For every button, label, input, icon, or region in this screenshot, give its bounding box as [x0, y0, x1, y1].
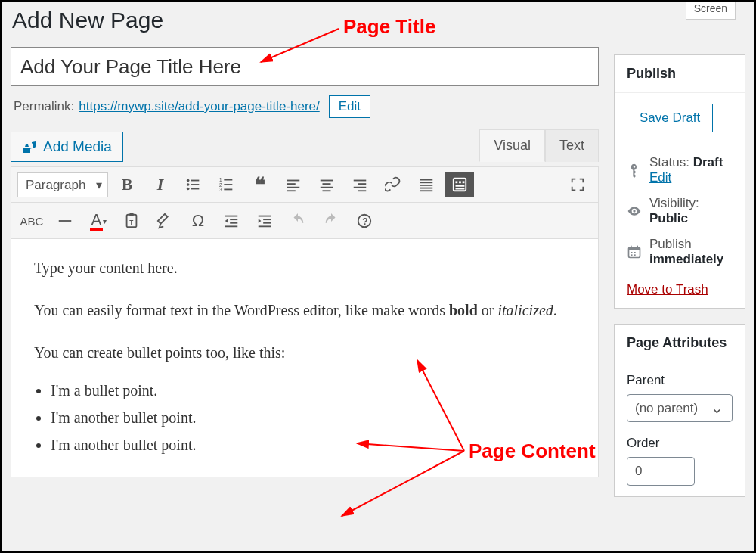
tab-text[interactable]: Text — [545, 129, 599, 162]
text-color-button[interactable]: A ▾ — [84, 208, 113, 234]
svg-rect-23 — [358, 190, 366, 191]
editor: Paragraph B I 123 ❝ ABC A ▾ — [11, 166, 599, 477]
svg-rect-42 — [225, 225, 238, 227]
content-p3: You can create bullet points too, like t… — [34, 340, 575, 365]
page-attributes-box: Page Attributes Parent (no parent) Order — [614, 324, 745, 497]
add-media-label: Add Media — [43, 138, 112, 155]
parent-label: Parent — [627, 373, 733, 388]
order-label: Order — [627, 436, 733, 451]
permalink-link[interactable]: https://mywp.site/add-your-page-title-he… — [79, 99, 319, 114]
bold-button[interactable]: B — [113, 172, 141, 197]
svg-rect-39 — [225, 216, 238, 217]
number-list-button[interactable]: 123 — [212, 172, 241, 197]
align-left-button[interactable] — [279, 172, 308, 197]
page-heading: Add New Page — [12, 8, 599, 33]
svg-rect-24 — [420, 179, 433, 181]
format-select[interactable]: Paragraph — [17, 172, 108, 197]
svg-text:T: T — [129, 219, 133, 226]
toolbar-row2: ABC A ▾ T Ω ? — [11, 203, 598, 239]
svg-rect-17 — [323, 183, 331, 185]
fullscreen-button[interactable] — [563, 172, 592, 197]
parent-select[interactable]: (no parent) — [627, 394, 733, 422]
svg-rect-51 — [631, 246, 632, 249]
svg-rect-37 — [129, 213, 134, 216]
hr-button[interactable] — [51, 208, 79, 234]
content-bullets: I'm a bullet point. I'm another bullet p… — [34, 378, 575, 457]
svg-rect-16 — [321, 180, 333, 182]
svg-rect-43 — [259, 216, 271, 217]
svg-rect-50 — [629, 247, 640, 250]
attributes-title: Page Attributes — [615, 325, 745, 362]
svg-text:3: 3 — [219, 187, 222, 192]
toolbar-row1: Paragraph B I 123 ❝ — [11, 167, 598, 203]
edit-permalink-button[interactable]: Edit — [329, 95, 370, 118]
svg-rect-30 — [456, 181, 458, 183]
outdent-button[interactable] — [217, 208, 246, 234]
svg-rect-13 — [287, 183, 296, 185]
strikethrough-button[interactable]: ABC — [17, 208, 46, 234]
svg-text:?: ? — [362, 216, 367, 227]
svg-rect-40 — [230, 219, 237, 220]
page-title-input[interactable] — [11, 47, 599, 86]
paste-text-button[interactable]: T — [117, 208, 146, 234]
svg-rect-3 — [191, 184, 199, 185]
svg-rect-5 — [191, 188, 199, 190]
svg-rect-34 — [456, 188, 465, 190]
publish-box: Publish Save Draft Status: Draft Edit Vi… — [614, 54, 745, 309]
status-edit-link[interactable]: Edit — [649, 170, 671, 185]
svg-rect-22 — [354, 187, 367, 188]
svg-rect-1 — [191, 180, 199, 182]
tab-visual[interactable]: Visual — [479, 129, 545, 162]
svg-rect-35 — [59, 220, 72, 222]
eye-icon — [627, 203, 642, 219]
svg-rect-52 — [637, 246, 638, 249]
svg-rect-55 — [631, 254, 633, 256]
svg-rect-7 — [224, 179, 232, 181]
svg-rect-9 — [224, 184, 232, 185]
order-input[interactable] — [627, 457, 695, 486]
content-area[interactable]: Type your content here. You can easily f… — [11, 239, 598, 477]
align-center-button[interactable] — [312, 172, 341, 197]
more-button[interactable] — [412, 172, 441, 197]
link-button[interactable] — [379, 172, 407, 197]
svg-rect-28 — [420, 190, 433, 191]
help-button[interactable]: ? — [350, 208, 379, 234]
svg-rect-31 — [459, 181, 461, 183]
svg-rect-56 — [634, 254, 636, 256]
screen-options-tab[interactable]: Screen — [686, 0, 736, 20]
add-media-button[interactable]: Add Media — [11, 132, 123, 162]
svg-rect-19 — [323, 190, 331, 191]
permalink-label: Permalink: — [14, 99, 74, 114]
svg-rect-15 — [287, 190, 296, 191]
align-right-button[interactable] — [345, 172, 374, 197]
svg-rect-25 — [420, 182, 433, 183]
publish-title: Publish — [615, 55, 745, 93]
italic-button[interactable]: I — [146, 172, 175, 197]
svg-rect-12 — [287, 180, 300, 182]
quote-button[interactable]: ❝ — [246, 172, 274, 197]
svg-point-4 — [187, 188, 190, 191]
toolbar-toggle-button[interactable] — [445, 172, 474, 197]
svg-rect-18 — [321, 187, 333, 188]
key-icon — [627, 163, 642, 178]
save-draft-button[interactable]: Save Draft — [627, 104, 713, 132]
bullet-list-button[interactable] — [179, 172, 208, 197]
list-item: I'm another bullet point. — [51, 433, 575, 457]
svg-rect-11 — [224, 189, 232, 191]
undo-button[interactable] — [284, 208, 312, 234]
svg-rect-53 — [631, 252, 633, 253]
special-char-button[interactable]: Ω — [184, 208, 212, 234]
svg-rect-27 — [420, 188, 433, 189]
svg-point-0 — [187, 179, 190, 182]
list-item: I'm a bullet point. — [51, 378, 575, 402]
move-to-trash-link[interactable]: Move to Trash — [627, 282, 708, 297]
camera-music-icon — [22, 139, 37, 154]
indent-button[interactable] — [250, 208, 279, 234]
content-p2: You can easily format text in the WordPr… — [34, 298, 575, 322]
calendar-icon — [627, 244, 642, 259]
svg-rect-46 — [259, 225, 271, 227]
clear-format-button[interactable] — [150, 208, 179, 234]
svg-rect-45 — [263, 222, 271, 224]
redo-button[interactable] — [317, 208, 345, 234]
svg-point-2 — [187, 183, 190, 186]
